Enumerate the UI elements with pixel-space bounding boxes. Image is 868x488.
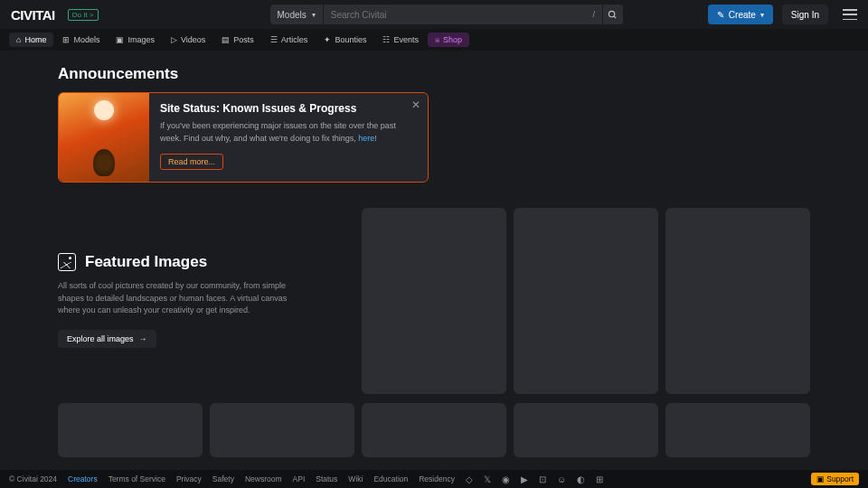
signin-button[interactable]: Sign In [782, 5, 828, 24]
featured-description: All sorts of cool pictures created by ou… [58, 280, 293, 317]
instagram-icon[interactable]: ◉ [502, 474, 510, 484]
announcement-image [59, 93, 149, 182]
image-tile[interactable] [362, 208, 506, 394]
featured-section: Featured Images All sorts of cool pictur… [58, 208, 810, 394]
home-icon: ⌂ [16, 35, 21, 44]
nav-label: Videos [181, 35, 205, 44]
arrow-right-icon: → [139, 334, 147, 343]
nav-label: Images [127, 35, 155, 44]
x-icon[interactable]: 𝕏 [484, 474, 491, 484]
logo[interactable]: CIVITAI [11, 7, 55, 23]
search-button[interactable] [603, 5, 623, 24]
nav-label: Articles [281, 35, 308, 44]
footer-link-api[interactable]: API [293, 474, 306, 483]
discord-icon[interactable]: ◇ [466, 474, 473, 484]
search-category-select[interactable]: Models ▾ [270, 5, 324, 24]
rss-icon[interactable]: ⊞ [596, 474, 603, 484]
github-icon[interactable]: ◐ [577, 474, 585, 484]
logo-badge[interactable]: Do It > [68, 9, 99, 21]
featured-grid [362, 208, 810, 394]
create-button[interactable]: ✎ Create ▾ [708, 5, 773, 24]
image-tile[interactable] [210, 403, 354, 457]
explore-all-button[interactable]: Explore all images → [58, 330, 156, 348]
main-nav: ⌂Home ⊞Models ▣Images ▷Videos ▤Posts ☰Ar… [0, 29, 868, 51]
chevron-down-icon: ▾ [312, 11, 316, 19]
search-category-label: Models [278, 10, 307, 20]
featured-intro: Featured Images All sorts of cool pictur… [58, 208, 344, 394]
nav-label: Bounties [335, 35, 366, 44]
search-icon [608, 10, 618, 20]
nav-shop[interactable]: ⍟Shop [428, 33, 469, 47]
announcement-title: Site Status: Known Issues & Progress [160, 102, 417, 115]
image-tile[interactable] [665, 208, 810, 394]
nav-articles[interactable]: ☰Articles [263, 33, 316, 47]
bounties-icon: ✦ [324, 35, 331, 44]
nav-home[interactable]: ⌂Home [9, 33, 53, 47]
chevron-down-icon: ▾ [760, 11, 764, 19]
nav-posts[interactable]: ▤Posts [214, 33, 261, 47]
announcement-body: Site Status: Known Issues & Progress If … [149, 93, 428, 182]
search-input[interactable] [324, 5, 586, 24]
support-button[interactable]: ▣ Support [811, 473, 859, 485]
footer-link-safety[interactable]: Safety [212, 474, 234, 483]
models-icon: ⊞ [62, 35, 70, 44]
reddit-icon[interactable]: ☺ [557, 474, 566, 484]
nav-events[interactable]: ☷Events [375, 33, 426, 47]
slash-hint: / [586, 5, 602, 24]
menu-button[interactable] [843, 9, 857, 20]
svg-line-1 [614, 15, 616, 17]
copyright: © Civitai 2024 [9, 474, 57, 483]
image-tile[interactable] [665, 403, 810, 457]
posts-icon: ▤ [222, 35, 230, 44]
articles-icon: ☰ [270, 35, 278, 44]
nav-images[interactable]: ▣Images [108, 33, 162, 47]
image-tile[interactable] [58, 403, 203, 457]
images-icon: ▣ [116, 35, 124, 44]
footer-link-wiki[interactable]: Wiki [348, 474, 363, 483]
pencil-icon: ✎ [717, 10, 724, 20]
top-header: CIVITAI Do It > Models ▾ / ✎ Create ▾ Si… [0, 0, 868, 29]
nav-label: Models [73, 35, 99, 44]
nav-label: Home [24, 35, 46, 44]
image-tile[interactable] [362, 403, 506, 457]
footer-link-privacy[interactable]: Privacy [176, 474, 202, 483]
image-icon [58, 253, 76, 271]
footer-link-education[interactable]: Education [373, 474, 408, 483]
featured-grid-row2 [58, 403, 810, 457]
footer-link-newsroom[interactable]: Newsroom [245, 474, 282, 483]
footer-link-residency[interactable]: Residency [419, 474, 455, 483]
announcement-card[interactable]: Site Status: Known Issues & Progress If … [58, 92, 429, 183]
footer-link-status[interactable]: Status [316, 474, 337, 483]
create-label: Create [729, 10, 756, 20]
footer: © Civitai 2024 Creators Terms of Service… [0, 470, 868, 488]
close-icon[interactable]: ✕ [411, 99, 420, 111]
nav-bounties[interactable]: ✦Bounties [316, 33, 373, 47]
main-content: Announcements Site Status: Known Issues … [0, 51, 868, 470]
image-tile[interactable] [514, 403, 658, 457]
announcements-heading: Announcements [58, 65, 810, 83]
footer-link-tos[interactable]: Terms of Service [108, 474, 165, 483]
youtube-icon[interactable]: ▶ [521, 474, 528, 484]
read-more-button[interactable]: Read more... [160, 154, 223, 170]
announcement-link[interactable]: here [358, 134, 374, 143]
search-bar: Models ▾ / [270, 5, 623, 24]
nav-label: Posts [233, 35, 254, 44]
nav-models[interactable]: ⊞Models [55, 33, 107, 47]
nav-videos[interactable]: ▷Videos [164, 33, 212, 47]
twitch-icon[interactable]: ⊡ [539, 474, 546, 484]
events-icon: ☷ [382, 35, 390, 44]
explore-label: Explore all images [67, 334, 134, 343]
shop-icon: ⍟ [435, 35, 439, 44]
footer-link-creators[interactable]: Creators [68, 474, 98, 483]
videos-icon: ▷ [171, 35, 177, 44]
image-tile[interactable] [514, 208, 658, 394]
announcement-text: If you've been experiencing major issues… [160, 120, 417, 145]
nav-label: Shop [443, 35, 462, 44]
featured-title: Featured Images [85, 253, 207, 271]
nav-label: Events [393, 35, 419, 44]
svg-point-0 [609, 11, 615, 16]
